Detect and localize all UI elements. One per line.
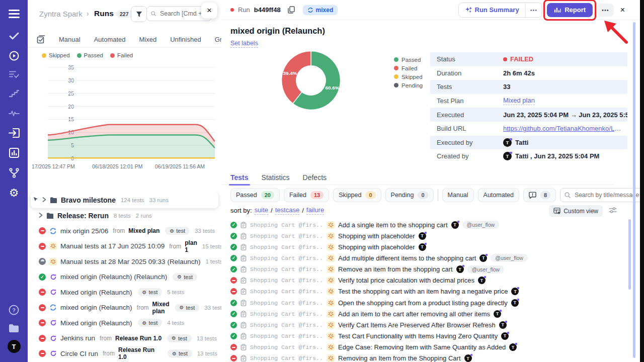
analytics-icon[interactable] <box>0 148 28 158</box>
run-detail-panel: Run b449ff48 mixed Run Summary ••• <box>221 0 640 362</box>
tab-statistics[interactable]: Statistics <box>262 173 290 182</box>
more-actions-button[interactable]: ••• <box>597 4 614 17</box>
test-list-item[interactable]: Shopping Cart @firs...Verify total price… <box>230 275 614 286</box>
donut-legend-dot <box>394 57 398 62</box>
close-run-detail-button[interactable]: × <box>618 5 627 16</box>
sync-icon <box>49 227 57 235</box>
run-list-item[interactable]: Circle CI runfromRelease Run 1.0⚙test13 … <box>28 346 221 361</box>
run-list-item[interactable]: mixed origin (Relaunch)fromMixed plan⚙te… <box>28 300 221 316</box>
view-settings-icon[interactable] <box>609 207 617 216</box>
sort-by-suite-link[interactable]: suite <box>255 206 268 215</box>
filter-button[interactable] <box>131 6 147 22</box>
sort-separator: / <box>271 207 273 214</box>
test-suite-name: Shopping Cart @firs... <box>250 322 324 328</box>
report-button[interactable]: Report <box>547 3 593 17</box>
run-list-item[interactable]: Jenkins runfromRelease Run 1.0⚙test13 te… <box>28 331 221 346</box>
select-all-icon[interactable] <box>37 35 45 44</box>
test-list-item[interactable]: Shopping Cart @firs...Shopping with plac… <box>230 241 614 252</box>
run-plan-name[interactable]: Mixed plan <box>152 301 170 315</box>
run-list-item[interactable]: Mixed origin (Relaunch)⚙test5 tests <box>28 285 221 300</box>
test-author-avatar: T <box>511 299 519 307</box>
search-icon <box>565 192 571 198</box>
comments-filter-button[interactable]: 8 <box>523 188 556 202</box>
test-list-item[interactable]: Shopping Cart @firs...Verify Cart Items … <box>230 319 614 330</box>
test-list-item[interactable]: Shopping Cart @firs...Shopping with plac… <box>230 230 614 241</box>
run-plan-name[interactable]: Release Run 1.0 <box>118 346 162 360</box>
test-list-item[interactable]: Shopping Cart @firs...Add a single item … <box>230 219 614 230</box>
projects-icon[interactable] <box>0 324 28 333</box>
tab-mixed[interactable]: Mixed <box>139 36 157 43</box>
tests-scrollbar[interactable] <box>628 219 631 290</box>
copy-run-id-button[interactable] <box>288 6 295 14</box>
sort-by-failure-link[interactable]: failure <box>306 206 324 215</box>
run-plan-name[interactable]: plan 1 <box>185 239 197 253</box>
test-tag-pill: @user_flow <box>491 254 528 262</box>
sort-by-testcase-link[interactable]: testcase <box>275 206 299 215</box>
breadcrumb-project[interactable]: Zyntra Spark <box>39 10 83 18</box>
test-suite-name: Shopping Cart @firs... <box>250 311 324 317</box>
runs-icon[interactable] <box>0 51 28 61</box>
settings-icon[interactable]: ⚙ <box>0 187 28 200</box>
test-list-item[interactable]: Shopping Cart @firs...Edge Case: Removin… <box>230 342 614 353</box>
tab-tests[interactable]: Tests <box>230 173 249 182</box>
build-url-link[interactable]: https://github.com/TetianaKhomenko/Load-… <box>503 125 623 132</box>
detail-row-test-plan: Test PlanMixed plan <box>430 94 627 108</box>
test-list-item[interactable]: Shopping Cart @firs...Removing an Item f… <box>230 353 614 362</box>
test-author-avatar: T <box>501 332 509 340</box>
filter-passed-button[interactable]: Passed20 <box>230 188 280 202</box>
tasks-icon[interactable] <box>0 32 28 40</box>
run-plan-name[interactable]: Mixed plan <box>128 227 159 234</box>
test-list-item[interactable]: Shopping Cart @firs...Open the shopping … <box>230 297 614 308</box>
branches-icon[interactable] <box>0 168 28 178</box>
test-list-item[interactable]: Shopping Cart @firs...Remove an item fro… <box>230 264 614 275</box>
test-plan-link[interactable]: Mixed plan <box>503 97 535 105</box>
clipboard-icon <box>240 288 247 295</box>
run-plan-name[interactable]: Release Run 1.0 <box>115 335 162 342</box>
tests-search[interactable] <box>560 188 644 202</box>
user-avatar[interactable]: T <box>0 340 28 353</box>
help-icon[interactable]: ? <box>0 305 28 315</box>
run-list-item[interactable]: Bravo milestone124 tests33 runs <box>31 193 218 208</box>
tests-search-input[interactable] <box>574 191 640 199</box>
clipboard-icon <box>240 222 247 228</box>
tab-defects[interactable]: Defects <box>303 173 327 182</box>
run-list-item[interactable]: Manual tests at 28 Mar 2025 09:33 (Relau… <box>28 254 221 269</box>
run-list-item[interactable]: Release: Rerun8 tests2 runs <box>28 208 221 224</box>
activity-icon[interactable] <box>0 109 28 117</box>
filter-skipped-button[interactable]: Skipped0 <box>333 188 381 202</box>
test-list-item[interactable]: Shopping Cart @firs...Add multiple diffe… <box>230 252 614 263</box>
manual-icon <box>327 254 335 262</box>
run-summary-more-button[interactable]: ••• <box>525 3 542 17</box>
tab-manual[interactable]: Manual <box>59 36 80 43</box>
from-label: from <box>103 350 115 357</box>
test-title: Test the shopping cart with an item havi… <box>338 288 508 295</box>
set-labels-link[interactable]: Set labels <box>230 40 258 48</box>
menu-icon[interactable] <box>0 10 28 19</box>
panel-close-button[interactable]: × <box>201 3 217 19</box>
run-summary-button[interactable]: Run Summary <box>459 3 525 17</box>
test-list-item[interactable]: Shopping Cart @firs...Add an item to the… <box>230 308 614 319</box>
tab-automated[interactable]: Automated <box>94 36 126 43</box>
filter-failed-button[interactable]: Failed13 <box>284 188 329 202</box>
sign-in-icon[interactable] <box>0 128 28 138</box>
tab-unfinished[interactable]: Unfinished <box>170 36 201 43</box>
run-list-item[interactable]: mixed origin (Relaunch) (Relaunch)⚙test <box>28 269 221 285</box>
run-list-item[interactable]: mix origin 25/06fromMixed plan⚙test33 te… <box>28 223 221 239</box>
panel-scrollbar[interactable] <box>633 22 635 358</box>
steps-icon[interactable] <box>0 89 28 98</box>
runs-search-input[interactable] <box>159 10 207 18</box>
custom-view-button[interactable]: Custom view <box>549 205 603 217</box>
test-list-item[interactable]: Shopping Cart @firs...Test the shopping … <box>230 286 614 297</box>
run-list-item[interactable]: Manual tests at 17 Jun 2025 10:09frompla… <box>28 239 221 254</box>
relaunch-icon <box>49 273 57 281</box>
expand-chevron-icon[interactable] <box>39 213 43 219</box>
manual-icon <box>327 243 335 251</box>
test-list-item[interactable]: Shopping Cart @firs...Test Cart Function… <box>230 330 614 341</box>
expand-chevron-icon[interactable] <box>42 197 46 203</box>
filter-pending-button[interactable]: Pending0 <box>385 188 434 202</box>
filter-manual-button[interactable]: Manual <box>442 188 474 202</box>
filter-automated-button[interactable]: Automated <box>478 188 519 202</box>
milestone-meta: 33 runs <box>149 197 169 203</box>
checklist-icon[interactable] <box>0 70 28 78</box>
run-list-item[interactable]: Mixed origin (Relaunch)⚙test4 tests <box>28 315 221 331</box>
